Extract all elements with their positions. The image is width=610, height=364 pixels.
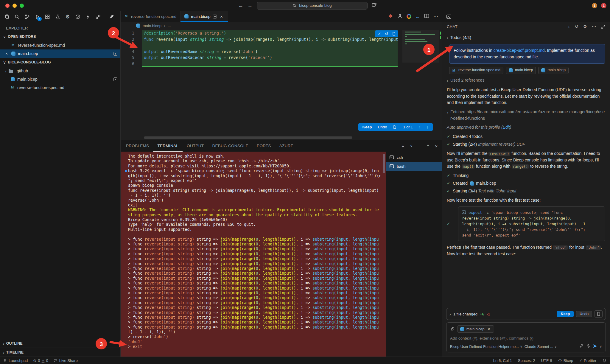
close-icon[interactable]: × <box>4 51 9 56</box>
previous-change-icon[interactable]: ↑ <box>416 125 424 129</box>
run-debug-icon[interactable]: 3 <box>33 12 42 21</box>
next-change-icon[interactable]: ↓ <box>424 125 432 129</box>
file-chip[interactable]: main.bicep <box>506 67 536 74</box>
tab-main-bicep[interactable]: main.bicep × <box>180 11 228 22</box>
extension-flower-icon[interactable] <box>388 13 393 20</box>
language-status[interactable]: {} Bicep <box>558 358 573 363</box>
keep-editor-icon[interactable] <box>113 52 117 56</box>
fetched-row[interactable]: › Fetched https://learn.microsoft.com/en… <box>447 109 605 122</box>
view-diff-icon[interactable] <box>595 310 603 318</box>
terminal-command-block[interactable]: expect -c 'spawn bicep console; send "fu… <box>458 206 605 241</box>
keep-editor-icon[interactable] <box>213 15 217 18</box>
expand-icon[interactable] <box>601 24 605 29</box>
tab-ports[interactable]: PORTS <box>253 140 275 152</box>
file-chip[interactable]: reverse-function-spec.md <box>449 67 503 74</box>
tree-item-github[interactable]: › .github <box>0 67 120 75</box>
paperclip-icon[interactable] <box>450 327 455 331</box>
close-icon[interactable]: × <box>219 14 224 19</box>
tab-debug-console[interactable]: DEBUG CONSOLE <box>208 140 253 152</box>
tab-problems[interactable]: PROBLEMS <box>122 140 153 152</box>
tab-reverse-function-spec[interactable]: reverse-function-spec.md <box>121 11 180 22</box>
alert-badge[interactable]: 1 <box>601 3 606 8</box>
notifications-bell[interactable] <box>602 358 606 363</box>
quill-icon[interactable] <box>107 12 116 21</box>
zoom-window-button[interactable] <box>20 4 24 8</box>
close-window-button[interactable] <box>5 4 10 8</box>
live-share-status[interactable]: Live Share <box>54 358 78 363</box>
open-diff-icon[interactable] <box>390 125 400 129</box>
tree-item-spec[interactable]: reverse-function-spec.md <box>0 83 120 92</box>
extension-color-wheel-icon[interactable] <box>407 14 411 19</box>
source-control-icon[interactable] <box>23 12 32 21</box>
file-chip[interactable]: main.bicep <box>538 67 568 74</box>
open-editors-header[interactable]: ∨ OPEN EDITORS <box>0 32 120 41</box>
maximize-panel-icon[interactable]: ^ <box>424 144 432 149</box>
tab-terminal[interactable]: TERMINAL <box>153 140 183 152</box>
chat-input-box[interactable]: main.bicep × Add context (#), extensions… <box>446 322 606 352</box>
remove-attachment-icon[interactable]: × <box>486 327 491 332</box>
accounts-person-icon[interactable] <box>397 13 402 20</box>
notification-badge[interactable]: 1 <box>592 3 597 8</box>
todos-row[interactable]: › Todos (4/4) <box>447 34 605 41</box>
chat-input-placeholder[interactable]: Add context (#), extensions (@), command… <box>450 336 602 340</box>
keep-button[interactable]: Keep <box>557 311 574 317</box>
close-panel-icon[interactable]: × <box>432 144 441 149</box>
back-icon[interactable]: ← <box>238 3 243 9</box>
mode-picker[interactable]: Bicep User Defined Function Helper mo...… <box>450 345 522 349</box>
more-actions-icon[interactable]: ⋯ <box>433 14 438 19</box>
model-picker[interactable]: Claude Sonnet ... ∨ <box>525 345 557 349</box>
horizontal-scrollbar[interactable] <box>144 136 352 139</box>
more-actions-icon[interactable]: ⋯ <box>592 24 596 29</box>
bolt-icon[interactable] <box>83 12 92 21</box>
more-actions-icon[interactable]: ⋯ <box>416 143 424 149</box>
encoding-status[interactable]: UTF-8 <box>541 358 552 363</box>
gear-icon[interactable]: ⚙ <box>583 24 587 29</box>
references-row[interactable]: › Used 2 references <box>447 77 605 84</box>
accept-change-icon[interactable]: ✓ <box>376 32 383 36</box>
breadcrumb[interactable]: main.bicep › ... <box>121 22 442 29</box>
user-prompt-message[interactable]: Follow instructions in create-bicep-udf.… <box>449 44 605 63</box>
extensions-icon[interactable] <box>43 12 52 21</box>
discard-change-icon[interactable]: ↺ <box>383 32 390 36</box>
open-file-icon[interactable] <box>390 32 397 36</box>
tab-azure[interactable]: AZURE <box>275 140 298 152</box>
forward-icon[interactable]: → <box>248 3 253 9</box>
outline-header[interactable]: › OUTLINE <box>0 339 120 348</box>
new-terminal-icon[interactable]: + <box>399 144 407 149</box>
chat-messages[interactable]: › Todos (4/4) Follow instructions in cre… <box>442 31 610 307</box>
created-file-row[interactable]: Created main.bicep <box>453 180 496 187</box>
keep-button[interactable]: Keep <box>360 125 375 129</box>
code-editor[interactable]: 1@description('Reverses a string.')2func… <box>121 29 442 140</box>
workspace-header[interactable]: ∨ BICEP-CONSOLE-BLOG <box>0 58 120 67</box>
terminal-tab-zsh[interactable]: zsh <box>386 153 442 162</box>
tree-item-bicep[interactable]: main.bicep <box>0 75 120 83</box>
minimize-window-button[interactable] <box>13 4 17 8</box>
send-options-chevron-icon[interactable]: ∨ <box>600 345 602 349</box>
search-icon[interactable] <box>13 12 21 21</box>
tools-wrench-icon[interactable] <box>579 344 584 349</box>
undo-button[interactable]: Undo <box>576 311 592 317</box>
history-icon[interactable]: ↺ <box>575 24 579 29</box>
send-icon[interactable] <box>593 344 597 349</box>
new-chat-icon[interactable]: + <box>568 24 570 29</box>
settings-gear-icon[interactable]: ⚙ <box>63 12 72 21</box>
explorer-icon[interactable] <box>2 12 11 21</box>
command-center-search[interactable]: bicep-console-blog <box>257 2 368 10</box>
minimap[interactable] <box>402 30 439 63</box>
terminal-viewport[interactable]: The default interactive shell is now zsh… <box>121 152 386 357</box>
breadcrumb-item[interactable]: main.bicep <box>143 24 161 28</box>
breadcrumb-more[interactable]: ... <box>168 24 171 28</box>
terminal-dropdown-icon[interactable]: ∨ <box>407 144 416 148</box>
indentation-status[interactable]: Spaces: 2 <box>518 358 535 363</box>
problems-status[interactable]: ⊘ 0 △ 0 <box>33 358 48 363</box>
new-window-icon[interactable] <box>372 2 377 9</box>
open-editor-item-spec[interactable]: reverse-function-spec.md <box>0 41 120 49</box>
keep-editor-icon[interactable] <box>113 77 117 81</box>
prettier-status[interactable]: ✓ Prettier <box>579 358 596 363</box>
console-icon[interactable] <box>446 14 452 19</box>
cursor-position-status[interactable]: Ln 6, Col 1 <box>493 358 512 363</box>
timeline-header[interactable]: › TIMELINE <box>0 348 120 357</box>
back-circle-icon[interactable]: ← <box>416 14 420 19</box>
testing-beaker-icon[interactable] <box>53 12 62 21</box>
open-editor-item-bicep[interactable]: × main.bicep <box>0 49 120 58</box>
